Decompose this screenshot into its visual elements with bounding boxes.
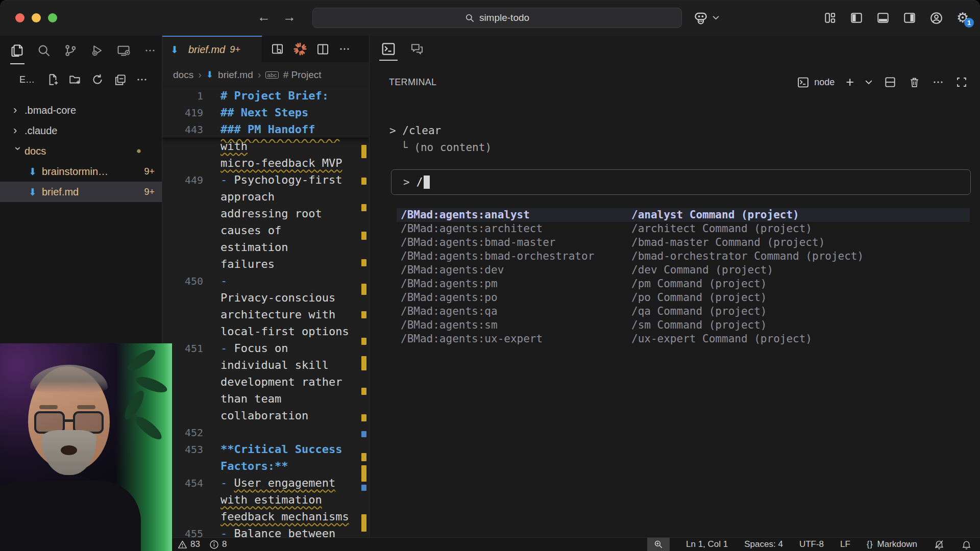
editor-line[interactable]: Factors:** xyxy=(162,458,369,474)
tree-item[interactable]: ⬇ brainstormin… ● 9+ xyxy=(0,161,162,182)
copilot-menu[interactable] xyxy=(693,10,719,25)
maximize-panel-button[interactable] xyxy=(955,76,968,88)
settings-button[interactable]: ⚙ 1 xyxy=(955,11,970,25)
editor-line[interactable]: estimation xyxy=(162,239,369,256)
notifications-button[interactable] xyxy=(961,539,972,550)
customize-layout-button[interactable] xyxy=(823,11,837,25)
sticky-line[interactable]: 419 ## Next Steps xyxy=(162,104,369,121)
editor-more-button[interactable] xyxy=(338,43,351,55)
editor-line[interactable]: individual skill xyxy=(162,357,369,373)
tree-item[interactable]: › ⬇ .claude ● xyxy=(0,120,162,141)
editor-line[interactable]: architecture with xyxy=(162,306,369,323)
new-folder-button[interactable] xyxy=(68,73,82,86)
activity-search-button[interactable] xyxy=(36,36,52,65)
line-text: Focus on xyxy=(234,342,288,355)
editor-line[interactable]: Privacy-conscious xyxy=(162,289,369,306)
ruler-mark xyxy=(361,356,366,370)
new-file-button[interactable] xyxy=(46,73,59,86)
command-center-search[interactable]: simple-todo xyxy=(312,8,682,28)
notifications-muted-button[interactable] xyxy=(934,539,945,550)
command-suggestion[interactable]: /BMad:agents:sm /sm Command (project) xyxy=(397,318,970,332)
editor-line[interactable]: causes of xyxy=(162,222,369,239)
editor-line[interactable]: micro-feedback MVP xyxy=(162,155,369,171)
editor-line[interactable]: 454 - User engagement xyxy=(162,474,369,491)
split-editor-button[interactable] xyxy=(316,42,330,56)
command-suggestion[interactable]: /BMad:agents:analyst /analyst Command (p… xyxy=(397,208,970,222)
navigate-back-button[interactable]: ← xyxy=(255,9,273,25)
claude-code-button[interactable] xyxy=(293,42,307,56)
open-preview-button[interactable] xyxy=(271,42,284,56)
tree-item[interactable]: ⬇ brief.md ● 9+ xyxy=(0,182,162,202)
toggle-panel-button[interactable] xyxy=(876,11,890,25)
navigate-forward-button[interactable]: → xyxy=(281,9,298,25)
zoom-status-button[interactable] xyxy=(647,538,670,551)
editor-line[interactable]: 455 - Balance between xyxy=(162,525,369,537)
editor-line[interactable]: approach xyxy=(162,188,369,205)
eol-status[interactable]: LF xyxy=(840,539,850,549)
kill-terminal-button[interactable] xyxy=(908,76,921,89)
activity-run-debug-button[interactable] xyxy=(89,36,105,65)
command-suggestion[interactable]: /BMad:agents:po /po Command (project) xyxy=(397,291,970,305)
language-status[interactable]: {} Markdown xyxy=(867,539,917,549)
command-suggestion[interactable]: /BMad:agents:bmad-orchestrator /bmad-orc… xyxy=(397,249,970,263)
encoding-status[interactable]: UTF-8 xyxy=(799,539,824,549)
new-terminal-button[interactable]: + xyxy=(846,76,854,89)
active-terminal-chip[interactable]: node xyxy=(797,76,835,89)
editor-line[interactable]: 453 **Critical Success xyxy=(162,441,369,458)
panel-more-button[interactable] xyxy=(932,76,944,88)
panel-tab-comments[interactable] xyxy=(406,36,428,62)
terminal-dropdown-button[interactable] xyxy=(865,80,872,85)
command-suggestion[interactable]: /BMad:agents:qa /qa Command (project) xyxy=(397,305,970,318)
editor-line[interactable]: collaboration xyxy=(162,407,369,424)
command-suggestion[interactable]: /BMad:agents:pm /pm Command (project) xyxy=(397,277,970,291)
problems-status[interactable]: 83 8 xyxy=(178,539,227,549)
command-suggestion[interactable]: /BMad:agents:ux-expert /ux-expert Comman… xyxy=(397,332,970,346)
editor-line[interactable]: 449 - Psychology-first xyxy=(162,171,369,188)
editor-line[interactable]: development rather xyxy=(162,373,369,390)
toggle-primary-sidebar-button[interactable] xyxy=(849,11,864,25)
editor-line[interactable]: failures xyxy=(162,256,369,272)
command-suggestion[interactable]: /BMad:agents:bmad-master /bmad-master Co… xyxy=(397,236,970,249)
split-terminal-button[interactable] xyxy=(884,76,897,89)
ellipsis-icon xyxy=(136,73,148,86)
line-text: ### PM Handoff xyxy=(220,123,315,136)
breadcrumb-folder[interactable]: docs xyxy=(173,69,193,81)
editor-line[interactable]: with estimation xyxy=(162,491,369,508)
panel-tab-terminal[interactable] xyxy=(378,36,399,62)
line-number: 450 xyxy=(162,275,203,287)
sticky-line[interactable]: 1 # Project Brief: xyxy=(162,87,369,104)
cursor-position-status[interactable]: Ln 1, Col 1 xyxy=(686,539,728,549)
editor-line[interactable]: feedback mechanisms xyxy=(162,508,369,525)
account-button[interactable] xyxy=(929,11,943,25)
close-window-button[interactable] xyxy=(15,13,24,22)
claude-prompt-input[interactable]: > / xyxy=(391,169,971,195)
sticky-line[interactable]: 443 ### PM Handoff xyxy=(162,121,369,138)
editor-line[interactable]: 451 - Focus on xyxy=(162,340,369,357)
tree-item[interactable]: › ⬇ .bmad-core ● xyxy=(0,100,162,120)
explorer-more-button[interactable] xyxy=(136,73,148,86)
collapse-folders-button[interactable] xyxy=(113,73,127,86)
minimize-window-button[interactable] xyxy=(32,13,41,22)
toggle-secondary-sidebar-button[interactable] xyxy=(902,11,917,25)
zoom-window-button[interactable] xyxy=(48,13,57,22)
settings-badge: 1 xyxy=(964,18,974,28)
activity-remote-explorer-button[interactable] xyxy=(115,36,132,65)
editor-line[interactable]: addressing root xyxy=(162,205,369,222)
editor-line[interactable]: local-first options xyxy=(162,323,369,340)
command-suggestion[interactable]: /BMad:agents:architect /architect Comman… xyxy=(397,222,970,236)
tab-brief-md[interactable]: ⬇ brief.md 9+ xyxy=(162,36,262,62)
command-suggestion[interactable]: /BMad:agents:dev /dev Command (project) xyxy=(397,263,970,277)
refresh-button[interactable] xyxy=(91,73,104,86)
breadcrumb-file[interactable]: brief.md xyxy=(218,69,253,81)
breadcrumb-symbol[interactable]: # Project xyxy=(283,69,322,81)
tree-item[interactable]: › ⬇ docs ● xyxy=(0,141,162,161)
activity-explorer-button[interactable] xyxy=(9,36,26,65)
editor-line[interactable]: 450 - xyxy=(162,272,369,289)
editor-line[interactable]: than team xyxy=(162,390,369,407)
titlebar: ← → simple-todo xyxy=(0,0,980,1)
activity-source-control-button[interactable] xyxy=(62,36,79,65)
indentation-status[interactable]: Spaces: 4 xyxy=(744,539,783,549)
activity-more-button[interactable] xyxy=(142,36,158,65)
editor-line[interactable]: 452 xyxy=(162,424,369,441)
zoom-in-icon xyxy=(654,540,663,549)
